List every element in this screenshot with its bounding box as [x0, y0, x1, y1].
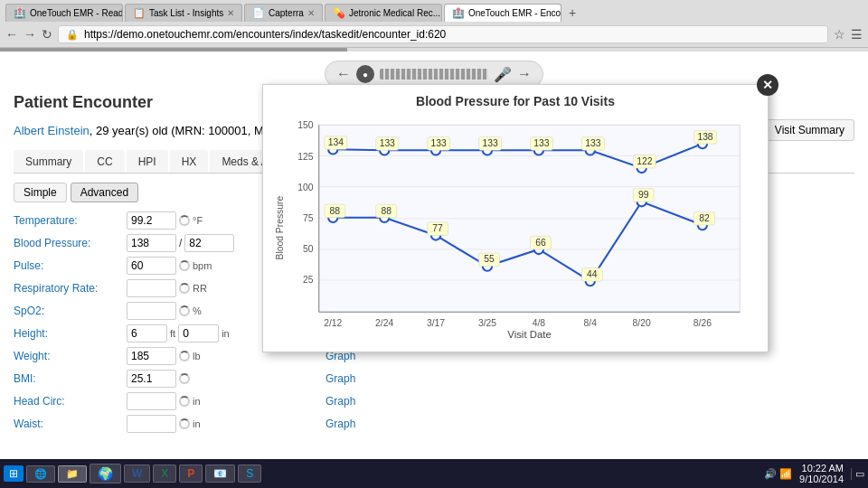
- taskbar-clock: 10:22 AM 9/10/2014: [799, 463, 844, 484]
- show-desktop-btn[interactable]: ▭: [851, 468, 864, 480]
- simple-mode-btn[interactable]: Simple: [14, 183, 67, 202]
- start-button[interactable]: ⊞: [4, 465, 24, 482]
- height-in-unit: in: [222, 328, 230, 339]
- waist-spinner: [179, 418, 190, 429]
- svg-text:Blood Pressure: Blood Pressure: [275, 196, 285, 260]
- address-bar[interactable]: 🔒: [58, 25, 828, 43]
- svg-text:3/17: 3/17: [427, 318, 445, 328]
- svg-text:Visit Date: Visit Date: [507, 329, 551, 340]
- audio-wave: [380, 69, 488, 80]
- taskbar-excel[interactable]: X: [153, 465, 176, 483]
- record-btn[interactable]: ●: [356, 65, 374, 83]
- loading-bar: [0, 48, 868, 52]
- waist-unit: in: [193, 418, 201, 429]
- height-in-input[interactable]: [178, 324, 219, 343]
- forward-btn[interactable]: →: [24, 27, 36, 42]
- head-circ-label: Head Circ:: [14, 395, 127, 408]
- menu-btn[interactable]: ☰: [851, 27, 863, 42]
- waist-label: Waist:: [14, 418, 127, 430]
- bmi-spinner: [179, 373, 190, 384]
- back-btn[interactable]: ←: [5, 27, 18, 42]
- bmi-graph-link[interactable]: Graph: [326, 372, 398, 385]
- new-tab-btn[interactable]: +: [563, 4, 581, 22]
- advanced-mode-btn[interactable]: Advanced: [71, 183, 138, 202]
- taskbar-ppt[interactable]: P: [179, 465, 203, 483]
- spo2-input[interactable]: [127, 302, 176, 320]
- svg-text:2/24: 2/24: [375, 318, 393, 328]
- bmi-input[interactable]: [127, 370, 176, 388]
- taskbar-explorer[interactable]: 📁: [58, 465, 87, 483]
- tab-summary[interactable]: Summary: [14, 150, 83, 173]
- mic-icon[interactable]: 🎤: [494, 66, 512, 83]
- clock-date: 9/10/2014: [799, 474, 844, 484]
- main-page: ← ● 🎤 → Patient Encounter Albert Einstei…: [0, 48, 868, 473]
- tab-cc[interactable]: CC: [85, 150, 124, 173]
- svg-text:50: 50: [303, 244, 314, 254]
- star-btn[interactable]: ☆: [834, 27, 845, 42]
- bmi-label: BMI:: [14, 372, 127, 385]
- url-input[interactable]: [84, 28, 820, 41]
- chart-title: Blood Pressure for Past 10 Visits: [272, 94, 759, 108]
- taskbar-outlook[interactable]: 📧: [205, 465, 235, 483]
- svg-text:99: 99: [638, 190, 649, 200]
- svg-text:133: 133: [431, 138, 447, 148]
- forward2-icon[interactable]: →: [517, 66, 532, 82]
- svg-text:55: 55: [484, 254, 495, 264]
- svg-text:133: 133: [482, 138, 497, 148]
- svg-text:8/4: 8/4: [584, 318, 598, 328]
- bp-diastolic-input[interactable]: [184, 234, 234, 252]
- waist-graph-link[interactable]: Graph: [326, 418, 398, 430]
- weight-spinner: [179, 351, 190, 361]
- head-circ-graph-link[interactable]: Graph: [326, 395, 398, 408]
- rr-input[interactable]: [127, 279, 176, 297]
- height-ft-input[interactable]: [127, 324, 167, 343]
- tab-hx[interactable]: HX: [170, 150, 209, 173]
- blood-pressure-chart: ✕ Blood Pressure for Past 10 Visits 150 …: [262, 84, 769, 352]
- temp-unit: °F: [193, 215, 203, 226]
- svg-text:150: 150: [297, 120, 313, 130]
- height-ft-unit: ft: [170, 328, 175, 339]
- svg-text:44: 44: [587, 269, 598, 279]
- taskbar-skype[interactable]: S: [238, 465, 261, 483]
- svg-text:88: 88: [381, 206, 392, 216]
- pulse-input[interactable]: [127, 257, 176, 275]
- svg-text:100: 100: [297, 183, 313, 192]
- svg-text:133: 133: [380, 138, 395, 148]
- waist-input[interactable]: [127, 415, 176, 433]
- taskbar-chrome[interactable]: 🌍: [90, 464, 121, 483]
- head-circ-input[interactable]: [127, 392, 176, 410]
- svg-text:82: 82: [699, 213, 710, 223]
- rr-spinner: [179, 283, 190, 294]
- temp-input[interactable]: [127, 211, 176, 230]
- tab-5-active[interactable]: 🏥OneTouch EMR - Encoun...✕: [444, 4, 561, 22]
- tab-2[interactable]: 📋Task List - Insights✕: [125, 4, 242, 22]
- taskbar-ie[interactable]: 🌐: [26, 465, 55, 483]
- svg-text:122: 122: [637, 156, 652, 166]
- refresh-btn[interactable]: ↻: [42, 27, 52, 42]
- rr-unit: RR: [193, 283, 207, 294]
- tab-hpi[interactable]: HPI: [127, 150, 168, 173]
- svg-text:8/26: 8/26: [693, 318, 712, 328]
- visit-summary-button[interactable]: Visit Summary: [765, 119, 854, 141]
- bp-systolic-input[interactable]: [127, 234, 176, 252]
- weight-input[interactable]: [127, 347, 176, 365]
- back-icon[interactable]: ←: [336, 66, 351, 82]
- temp-label: Temperature:: [14, 214, 127, 227]
- browser-chrome: 🏥OneTouch EMR - Ready✕ 📋Task List - Insi…: [0, 0, 868, 48]
- tab-4[interactable]: 💊Jetronic Medical Rec...✕: [325, 4, 442, 22]
- chart-close-btn[interactable]: ✕: [757, 74, 778, 96]
- svg-text:133: 133: [585, 138, 600, 148]
- pulse-unit: bpm: [193, 260, 212, 271]
- system-tray: 🔊 📶: [764, 468, 792, 480]
- spo2-label: SpO2:: [14, 305, 127, 317]
- tab-1[interactable]: 🏥OneTouch EMR - Ready✕: [5, 4, 123, 22]
- head-circ-spinner: [179, 396, 190, 407]
- patient-name-link[interactable]: Albert Einstein: [14, 124, 90, 137]
- taskbar-word[interactable]: W: [124, 465, 150, 483]
- head-circ-unit: in: [193, 396, 201, 407]
- head-circ-input-group: in: [127, 392, 326, 410]
- svg-text:25: 25: [303, 275, 314, 285]
- spo2-unit: %: [193, 305, 202, 316]
- tab-3[interactable]: 📄Capterra✕: [244, 4, 323, 22]
- taskbar-right: 🔊 📶 10:22 AM 9/10/2014 ▭: [764, 463, 864, 484]
